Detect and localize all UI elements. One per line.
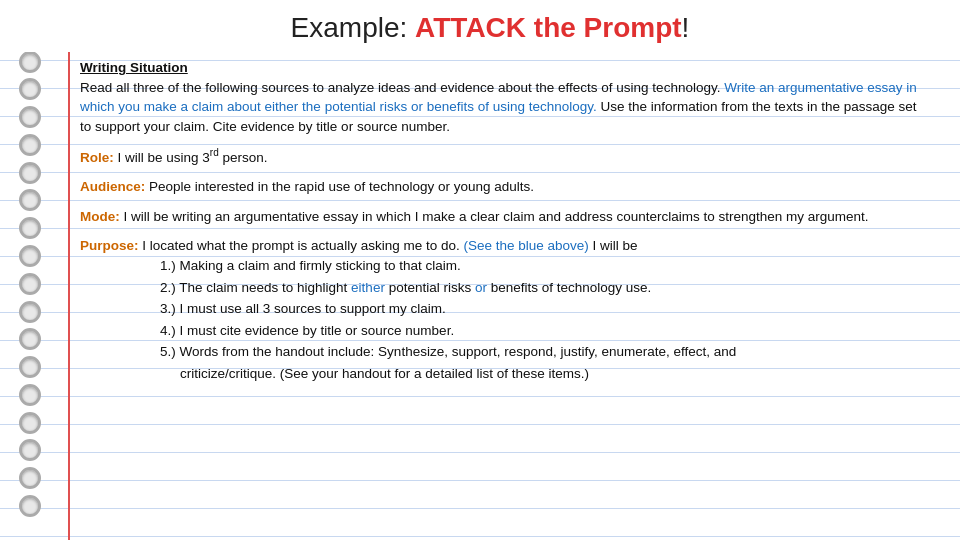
role-section: Role: I will be using 3rd person. xyxy=(80,146,930,167)
title-area: Example: ATTACK the Prompt! xyxy=(0,0,960,52)
role-text: I will be using 3 xyxy=(114,150,210,165)
purpose-section: Purpose: I located what the prompt is ac… xyxy=(80,236,930,383)
title-suffix: ! xyxy=(682,12,690,43)
content-area: Writing Situation Read all three of the … xyxy=(0,52,960,540)
purpose-item-5: 5.) Words from the handout include: Synt… xyxy=(160,342,930,362)
purpose-list: 1.) Making a claim and firmly sticking t… xyxy=(160,256,930,383)
either-text: either xyxy=(351,280,385,295)
mode-text: I will be writing an argumentative essay… xyxy=(120,209,869,224)
role-text2: person. xyxy=(219,150,268,165)
writing-situation-label: Writing Situation xyxy=(80,60,188,75)
purpose-item-1: 1.) Making a claim and firmly sticking t… xyxy=(160,256,930,276)
mode-label: Mode: xyxy=(80,209,120,224)
role-sup: rd xyxy=(210,147,219,158)
purpose-mid: I will be xyxy=(589,238,638,253)
page: Example: ATTACK the Prompt! Writing Situ… xyxy=(0,0,960,540)
title-prefix: Example: xyxy=(291,12,416,43)
purpose-item-5b: criticize/critique. (See your handout fo… xyxy=(180,364,930,384)
audience-label: Audience: xyxy=(80,179,145,194)
or-text: or xyxy=(475,280,487,295)
writing-situation-section: Writing Situation Read all three of the … xyxy=(80,58,930,136)
audience-section: Audience: People interested in the rapid… xyxy=(80,177,930,197)
purpose-blue-ref: (See the blue above) xyxy=(463,238,588,253)
mode-section: Mode: I will be writing an argumentative… xyxy=(80,207,930,227)
purpose-item-3: 3.) I must use all 3 sources to support … xyxy=(160,299,930,319)
audience-text: People interested in the rapid use of te… xyxy=(145,179,534,194)
title-highlight: ATTACK the Prompt xyxy=(415,12,682,43)
purpose-intro: I located what the prompt is actually as… xyxy=(139,238,464,253)
purpose-item-2: 2.) The claim needs to highlight either … xyxy=(160,278,930,298)
purpose-label: Purpose: xyxy=(80,238,139,253)
purpose-item-4: 4.) I must cite evidence by title or sou… xyxy=(160,321,930,341)
page-title: Example: ATTACK the Prompt! xyxy=(80,12,900,44)
writing-situation-intro: Read all three of the following sources … xyxy=(80,80,724,95)
role-label: Role: xyxy=(80,150,114,165)
